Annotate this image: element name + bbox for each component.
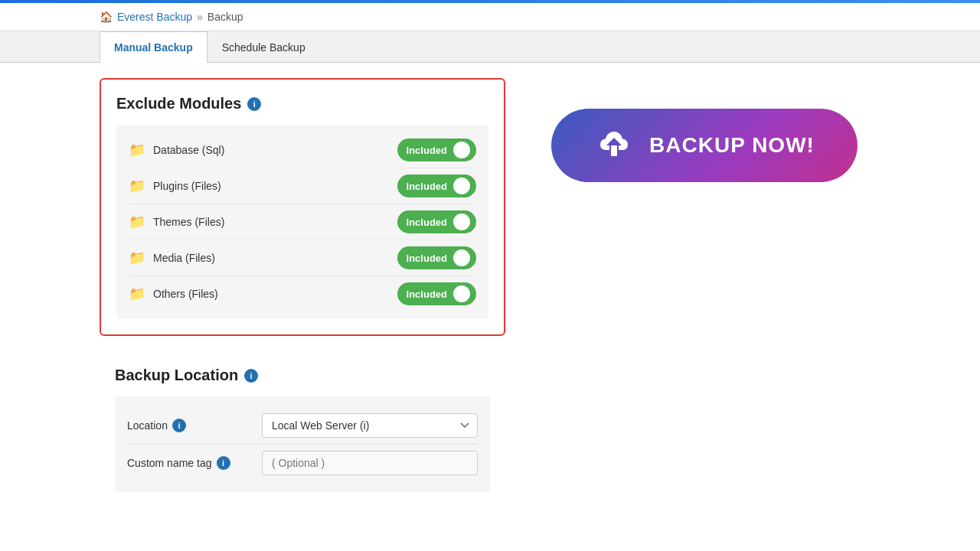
toggle-themes[interactable]: Included [397, 210, 476, 233]
module-name-database: Database (Sql) [153, 144, 224, 156]
tab-schedule-backup[interactable]: Schedule Backup [207, 31, 320, 63]
backup-location-label: Backup Location [115, 367, 238, 384]
home-icon: 🏠 [100, 11, 113, 23]
breadcrumb-plugin-name[interactable]: Everest Backup [117, 11, 192, 23]
modules-list: 📁 Database (Sql) Included 📁 Plugins (Fil… [116, 125, 488, 319]
page-wrapper: 🏠 Everest Backup » Backup Manual Backup … [0, 3, 980, 551]
folder-icon-others: 📁 [129, 285, 145, 302]
tabs-bar: Manual Backup Schedule Backup [0, 31, 980, 63]
module-label-others: 📁 Others (Files) [129, 285, 218, 302]
svg-rect-0 [611, 145, 617, 156]
module-label-themes: 📁 Themes (Files) [129, 214, 224, 230]
exclude-modules-info-icon[interactable]: i [247, 97, 261, 111]
right-panel: BACKUP NOW! [528, 78, 880, 536]
cloud-upload-icon [594, 126, 634, 165]
toggle-label-themes: Included [407, 217, 447, 228]
location-label-text: Location [127, 419, 168, 432]
custom-name-label-text: Custom name tag [127, 457, 212, 469]
toggle-knob-plugins [453, 178, 470, 194]
module-row-media: 📁 Media (Files) Included [129, 240, 476, 276]
module-row-plugins: 📁 Plugins (Files) Included [129, 168, 476, 204]
toggle-media[interactable]: Included [397, 246, 476, 269]
folder-icon-database: 📁 [129, 142, 145, 158]
toggle-knob-others [453, 285, 470, 302]
custom-name-field-label: Custom name tag i [127, 456, 250, 470]
location-field-label: Location i [127, 419, 250, 432]
breadcrumb-current: Backup [207, 11, 243, 23]
module-name-plugins: Plugins (Files) [153, 180, 221, 192]
folder-icon-media: 📁 [129, 249, 145, 266]
module-row-themes: 📁 Themes (Files) Included [129, 204, 476, 240]
location-row: Location i Local Web Server (i) [127, 407, 478, 444]
toggle-label-database: Included [407, 145, 447, 156]
location-info-icon[interactable]: i [172, 419, 186, 432]
left-panel: Exclude Modules i 📁 Database (Sql) Inclu… [100, 78, 505, 536]
backup-now-label: BACKUP NOW! [649, 133, 815, 158]
exclude-modules-label: Exclude Modules [116, 95, 241, 112]
backup-location-title: Backup Location i [115, 367, 490, 384]
module-name-media: Media (Files) [153, 252, 215, 264]
exclude-modules-card: Exclude Modules i 📁 Database (Sql) Inclu… [100, 78, 505, 336]
custom-name-input[interactable] [262, 451, 478, 475]
toggle-label-media: Included [407, 253, 447, 264]
toggle-others[interactable]: Included [397, 282, 476, 305]
toggle-label-others: Included [407, 289, 447, 300]
toggle-knob-database [453, 142, 470, 158]
tab-manual-backup[interactable]: Manual Backup [100, 31, 207, 63]
module-name-others: Others (Files) [153, 288, 218, 300]
module-name-themes: Themes (Files) [153, 216, 224, 228]
backup-location-card: Backup Location i Location i Local Web S… [100, 351, 505, 507]
module-label-plugins: 📁 Plugins (Files) [129, 178, 221, 194]
breadcrumb-separator: » [197, 11, 203, 23]
module-label-media: 📁 Media (Files) [129, 249, 215, 266]
folder-icon-themes: 📁 [129, 214, 145, 230]
toggle-plugins[interactable]: Included [397, 174, 476, 197]
location-inner: Location i Local Web Server (i) Custom n… [115, 396, 490, 492]
exclude-modules-title: Exclude Modules i [116, 95, 488, 112]
backup-location-info-icon[interactable]: i [244, 369, 258, 383]
module-label-database: 📁 Database (Sql) [129, 142, 224, 158]
backup-now-button[interactable]: BACKUP NOW! [551, 109, 858, 182]
toggle-database[interactable]: Included [397, 139, 476, 161]
location-select[interactable]: Local Web Server (i) [262, 413, 478, 438]
toggle-label-plugins: Included [407, 181, 447, 192]
breadcrumb: 🏠 Everest Backup » Backup [0, 3, 980, 31]
toggle-knob-media [453, 249, 470, 266]
toggle-knob-themes [453, 214, 470, 230]
module-row-database: 📁 Database (Sql) Included [129, 132, 476, 168]
module-row-others: 📁 Others (Files) Included [129, 276, 476, 311]
custom-name-row: Custom name tag i [127, 445, 478, 481]
custom-name-info-icon[interactable]: i [217, 456, 230, 470]
main-content: Exclude Modules i 📁 Database (Sql) Inclu… [0, 63, 980, 551]
folder-icon-plugins: 📁 [129, 178, 145, 194]
